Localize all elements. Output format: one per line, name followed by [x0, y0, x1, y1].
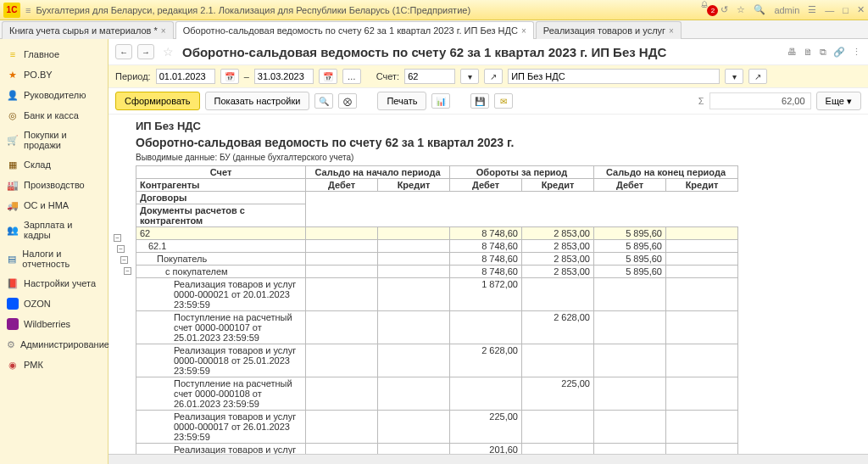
sidebar-item[interactable]: 🛒Покупки и продажи: [0, 126, 108, 154]
account-input[interactable]: [404, 69, 455, 84]
save-report-icon[interactable]: 💾: [470, 93, 489, 109]
report-header: ← → ☆ Оборотно-сальдовая ведомость по сч…: [108, 39, 868, 65]
form-button[interactable]: Сформировать: [115, 92, 200, 110]
table-row[interactable]: с покупателем8 748,602 853,005 895,60: [136, 266, 738, 278]
more-icon[interactable]: ⋮: [852, 47, 861, 58]
row-label: Реализация товаров и услуг 0000-000018 о…: [136, 344, 306, 377]
sidebar-item[interactable]: ≡Главное: [0, 44, 108, 64]
save-icon[interactable]: 🗎: [804, 47, 813, 58]
period-select-button[interactable]: …: [342, 69, 361, 84]
notifications-icon[interactable]: 🕭2: [700, 0, 712, 21]
close-icon[interactable]: ×: [521, 26, 526, 36]
link-icon[interactable]: 🔗: [833, 47, 845, 58]
sidebar-item-label: Руководителю: [24, 90, 86, 100]
table-row[interactable]: Покупатель8 748,602 853,005 895,60: [136, 253, 738, 266]
app-logo: 1C: [3, 3, 20, 18]
sum-value: 62,00: [709, 92, 811, 109]
table-row[interactable]: Реализация товаров и услуг 0000-000017 о…: [136, 411, 738, 444]
tree-toggle[interactable]: −: [117, 245, 125, 253]
email-icon[interactable]: ✉: [494, 93, 513, 109]
sidebar-item-label: OZON: [24, 299, 51, 309]
show-settings-button[interactable]: Показать настройки: [205, 92, 310, 110]
search-icon[interactable]: 🔍: [314, 93, 333, 109]
print-icon[interactable]: 🖶: [787, 47, 797, 58]
org-dropdown-icon[interactable]: ▾: [725, 69, 743, 84]
tree-toggle[interactable]: −: [120, 256, 128, 264]
date-from-input[interactable]: [156, 69, 215, 84]
calendar-from-icon[interactable]: 📅: [220, 69, 239, 84]
close-icon[interactable]: ×: [161, 26, 166, 36]
nav-forward-button[interactable]: →: [137, 44, 154, 59]
tab[interactable]: Реализация товаров и услуг×: [536, 21, 682, 39]
report-org: ИП Без НДС: [136, 118, 868, 134]
window-titlebar: 1C ≡ Бухгалтерия для Беларуси, редакция …: [0, 0, 868, 20]
user-name[interactable]: admin: [774, 5, 799, 15]
tree-toggle[interactable]: −: [114, 234, 121, 242]
tab[interactable]: Книга учета сырья и материалов *×: [2, 21, 174, 39]
sidebar-item[interactable]: ◎Банк и касса: [0, 105, 108, 126]
sidebar-item[interactable]: ▦Склад: [0, 154, 108, 175]
sidebar-item[interactable]: 📕Настройки учета: [0, 273, 108, 293]
sidebar-item[interactable]: 👥Зарплата и кадры: [0, 215, 108, 244]
table-row[interactable]: 628 748,602 853,005 895,60: [136, 227, 738, 240]
tree-toggle[interactable]: −: [124, 267, 131, 275]
table-row[interactable]: Поступление на расчетный счет 0000-00010…: [136, 311, 738, 344]
chart-icon[interactable]: 📊: [431, 93, 450, 109]
sidebar-item[interactable]: 👤Руководителю: [0, 85, 108, 105]
history-icon[interactable]: ↺: [721, 4, 728, 15]
sidebar-item[interactable]: 🚚ОС и НМА: [0, 195, 108, 215]
tab[interactable]: Оборотно-сальдовая ведомость по счету 62…: [175, 21, 534, 39]
sidebar-icon: 🛒: [7, 134, 19, 146]
sidebar-icon: 👤: [7, 89, 19, 101]
sidebar-item[interactable]: ◉РМК: [0, 355, 108, 375]
row-label: 62: [136, 227, 306, 240]
sidebar-icon: 📕: [7, 277, 19, 289]
horizontal-scrollbar[interactable]: [108, 454, 868, 464]
table-row[interactable]: Поступление на расчетный счет 0000-00010…: [136, 377, 738, 411]
period-label: Период:: [115, 71, 151, 81]
page-title: Оборотно-сальдовая ведомость по счету 62…: [182, 45, 666, 59]
report-table: Счет Сальдо на начало периода Обороты за…: [136, 165, 738, 454]
sidebar-item[interactable]: ▤Налоги и отчетность: [0, 244, 108, 273]
menu-icon[interactable]: ≡: [25, 5, 31, 15]
close-icon[interactable]: ×: [669, 26, 674, 36]
favorite-icon[interactable]: ☆: [737, 4, 745, 15]
sidebar-item-label: РМК: [24, 360, 43, 370]
nav-back-button[interactable]: ←: [115, 44, 132, 59]
star-icon[interactable]: ☆: [163, 45, 174, 59]
col-account: Счет: [136, 166, 306, 179]
clear-search-icon[interactable]: ⨂: [338, 93, 357, 109]
minimize-icon[interactable]: —: [825, 5, 834, 15]
calendar-to-icon[interactable]: 📅: [319, 69, 337, 84]
sidebar-icon: 🚚: [7, 199, 19, 211]
account-open-icon[interactable]: ↗: [484, 69, 503, 84]
print-button[interactable]: Печать: [377, 92, 426, 110]
sidebar-item[interactable]: ★PO.BY: [0, 64, 108, 85]
row-docs: Документы расчетов с контрагентом: [136, 204, 306, 227]
account-dropdown-icon[interactable]: ▾: [460, 69, 479, 84]
table-row[interactable]: Реализация товаров и услуг 0000-000018 о…: [136, 344, 738, 377]
sidebar-item[interactable]: ⚙Администрирование: [0, 334, 108, 355]
col-end: Сальдо на конец периода: [594, 166, 738, 179]
table-row[interactable]: Реализация товаров и услуг 0000-000021 о…: [136, 278, 738, 311]
table-row[interactable]: Реализация товаров и услуг 0000-000019 о…: [136, 444, 738, 455]
row-label: Покупатель: [136, 253, 306, 266]
org-input[interactable]: [508, 69, 720, 84]
sidebar-item-label: PO.BY: [24, 70, 53, 80]
user-menu-icon[interactable]: ☰: [808, 4, 816, 15]
col-credit: Кредит: [666, 179, 738, 192]
date-to-input[interactable]: [254, 69, 314, 84]
search-global-icon[interactable]: 🔍: [754, 4, 765, 15]
sum-icon[interactable]: Σ: [698, 96, 704, 106]
sidebar-item[interactable]: OOZON: [0, 293, 108, 314]
sidebar-item[interactable]: WWildberries: [0, 314, 108, 334]
report-title: Оборотно-сальдовая ведомость по счету 62…: [136, 134, 868, 153]
org-open-icon[interactable]: ↗: [748, 69, 767, 84]
close-window-icon[interactable]: ✕: [857, 4, 865, 15]
sidebar-item-label: Настройки учета: [24, 278, 96, 288]
maximize-icon[interactable]: □: [843, 5, 849, 15]
table-row[interactable]: 62.18 748,602 853,005 895,60: [136, 240, 738, 253]
sidebar-item[interactable]: 🏭Производство: [0, 175, 108, 195]
more-button[interactable]: Еще ▾: [816, 92, 861, 110]
copy-icon[interactable]: ⧉: [820, 47, 826, 58]
